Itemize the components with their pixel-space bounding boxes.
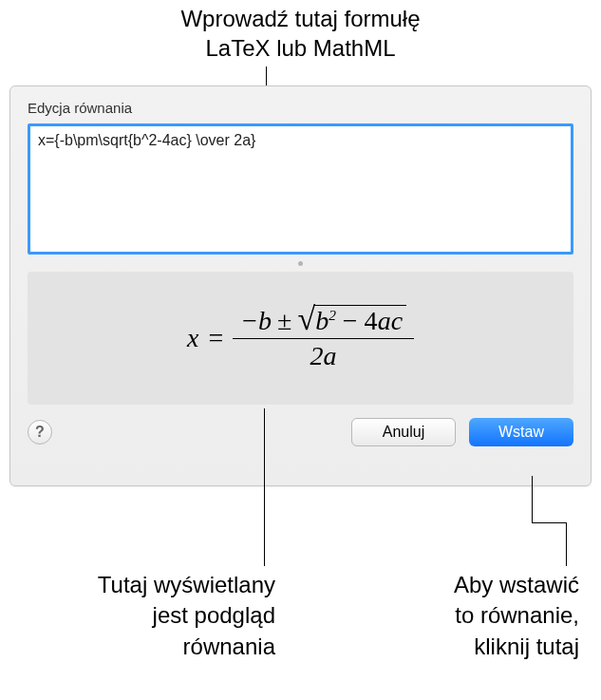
leader-line	[532, 476, 533, 523]
leader-line	[566, 522, 567, 566]
callout-text: Tutaj wyświetlany	[28, 570, 275, 600]
eq-lhs: x	[187, 323, 198, 353]
callout-text: jest podgląd	[28, 600, 275, 631]
button-row: Anuluj Wstaw	[351, 418, 573, 446]
eq-denominator: 2a	[233, 338, 414, 371]
callout-text: to równanie,	[332, 600, 579, 631]
help-icon: ?	[35, 424, 45, 441]
equation-preview: x = −b ± √ b2 − 4ac 2a	[28, 272, 573, 405]
equation-source-input[interactable]	[28, 123, 573, 255]
eq-sqrt: √ b2 − 4ac	[297, 305, 406, 336]
leader-line	[532, 522, 566, 523]
callout-text: Aby wstawić	[332, 570, 579, 600]
callout-text: LaTeX lub MathML	[0, 33, 601, 63]
eq-ac: ac	[378, 306, 403, 335]
dialog-footer: ? Anuluj Wstaw	[28, 418, 573, 446]
eq-exp: 2	[329, 307, 336, 323]
dialog-title: Edycja równania	[28, 100, 573, 116]
cancel-button[interactable]: Anuluj	[351, 418, 456, 446]
eq-minus-4: − 4	[343, 306, 378, 335]
eq-numerator: −b ± √ b2 − 4ac	[233, 305, 414, 338]
callout-preview-hint: Tutaj wyświetlany jest podgląd równania	[28, 570, 275, 662]
callout-text: równania	[28, 632, 275, 662]
callout-text: kliknij tutaj	[332, 632, 579, 662]
callout-input-hint: Wprowadź tutaj formułę LaTeX lub MathML	[0, 0, 601, 63]
eq-minus-b: −b	[240, 306, 272, 336]
eq-fraction: −b ± √ b2 − 4ac 2a	[233, 305, 414, 371]
equation-editor-dialog: Edycja równania x = −b ± √ b2 − 4ac	[9, 85, 592, 486]
eq-radicand: b2 − 4ac	[313, 305, 406, 336]
leader-line	[264, 408, 265, 566]
callout-insert-hint: Aby wstawić to równanie, kliknij tutaj	[332, 570, 579, 662]
callout-text: Wprowadź tutaj formułę	[0, 4, 601, 33]
help-button[interactable]: ?	[28, 420, 52, 445]
eq-b: b	[315, 306, 329, 335]
resize-grip-icon[interactable]	[288, 260, 314, 266]
eq-plusminus: ±	[277, 306, 291, 336]
eq-equals: =	[208, 323, 223, 353]
insert-button[interactable]: Wstaw	[469, 418, 573, 446]
rendered-equation: x = −b ± √ b2 − 4ac 2a	[187, 305, 414, 371]
